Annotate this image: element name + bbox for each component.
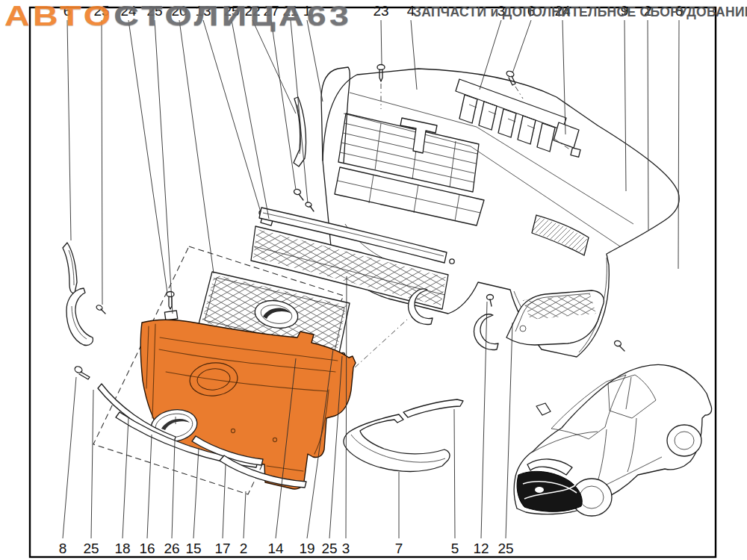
- part-number-callout[interactable]: 24: [554, 3, 571, 19]
- callout-leader-line: [223, 464, 226, 538]
- left-corner-trim: [63, 243, 93, 345]
- part-number-callout[interactable]: 20: [171, 3, 187, 19]
- part-number-callout[interactable]: 25: [146, 3, 162, 19]
- callout-leader-line: [512, 20, 531, 73]
- part-number-callout[interactable]: 9: [621, 3, 629, 19]
- part-number-callout[interactable]: 17: [214, 541, 230, 556]
- part-number-callout[interactable]: 25: [223, 3, 239, 19]
- part-number-callout[interactable]: 7: [395, 541, 403, 556]
- part-number-callout[interactable]: 13: [195, 3, 211, 19]
- callout-leader-line: [102, 20, 102, 305]
- part-number-callout[interactable]: 24: [120, 3, 137, 19]
- part-number-callout[interactable]: 2: [644, 3, 652, 19]
- part-number-callout[interactable]: 27: [263, 3, 279, 19]
- part-number-callout[interactable]: 18: [114, 541, 130, 556]
- part-number-callout[interactable]: 5: [451, 541, 459, 556]
- part-number-callout[interactable]: 25: [321, 541, 337, 556]
- part-number-callout[interactable]: 21: [282, 3, 298, 19]
- part-number-callout[interactable]: 25: [83, 541, 99, 556]
- callout-leader-line: [155, 20, 173, 314]
- callout-leader-line: [678, 20, 679, 269]
- part-number-callout[interactable]: 6: [527, 3, 536, 19]
- exploded-parts-diagram: 6252425201325222721123436249268251816261…: [0, 0, 747, 560]
- callout-leader-line: [381, 20, 382, 64]
- callout-leader-line: [67, 20, 71, 240]
- part-number-callout[interactable]: 4: [407, 3, 415, 19]
- callout-leader-line: [252, 20, 296, 113]
- part-number-callout[interactable]: 3: [342, 541, 350, 556]
- callout-leader-line: [193, 448, 199, 538]
- bumper-molding-lower: [344, 399, 463, 472]
- part-number-callout[interactable]: 23: [373, 3, 388, 19]
- callout-leader-line: [147, 435, 152, 538]
- part-number-callout[interactable]: 1: [303, 3, 311, 19]
- part-number-callout[interactable]: 22: [244, 3, 260, 19]
- part-number-callout[interactable]: 19: [299, 541, 314, 556]
- part-number-callout[interactable]: 12: [473, 541, 489, 556]
- callout-leader-line: [454, 409, 455, 538]
- part-number-callout[interactable]: 3: [498, 3, 506, 19]
- bumper-side-bracket: [294, 97, 306, 167]
- callout-leader-line: [203, 20, 261, 212]
- part-number-callout[interactable]: 16: [139, 541, 155, 556]
- part-number-callout[interactable]: 8: [59, 541, 67, 556]
- car-silhouette: [514, 364, 711, 516]
- callout-leader-line: [123, 418, 128, 538]
- part-number-callout[interactable]: 6: [63, 3, 72, 19]
- part-number-callout[interactable]: 25: [93, 3, 109, 19]
- parts-diagram-page: 6252425201325222721123436249268251816261…: [0, 0, 747, 560]
- callout-leader-line: [172, 441, 175, 538]
- callout-leader-line: [63, 377, 76, 538]
- callout-leader-line: [179, 20, 214, 273]
- callout-leader-line: [232, 20, 269, 219]
- part-number-callout[interactable]: 15: [185, 541, 201, 556]
- part-number-callout[interactable]: 25: [498, 541, 513, 556]
- callout-leader-line: [128, 20, 167, 293]
- callout-leader-line: [307, 20, 323, 102]
- callout-leader-line: [91, 390, 93, 538]
- callout-leader-line: [291, 20, 308, 203]
- part-number-callout[interactable]: 2: [240, 541, 248, 556]
- part-number-callout[interactable]: 6: [675, 3, 684, 19]
- part-number-callout[interactable]: 26: [164, 541, 179, 556]
- callout-leader-line: [506, 323, 512, 538]
- callout-leader-line: [244, 491, 246, 538]
- part-number-callout[interactable]: 14: [267, 541, 284, 556]
